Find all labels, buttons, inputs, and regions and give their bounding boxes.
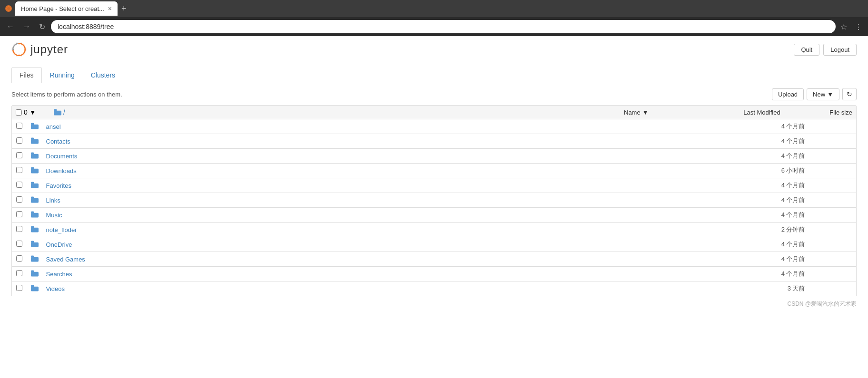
reload-button[interactable]: ↻ — [36, 21, 48, 32]
svg-rect-29 — [31, 270, 34, 272]
row-modified-cell: 4 个月前 — [723, 193, 809, 208]
row-name-cell: Music — [42, 208, 723, 223]
folder-icon — [31, 137, 39, 144]
row-checkbox[interactable] — [16, 152, 22, 158]
svg-rect-21 — [31, 211, 34, 213]
row-size-cell — [809, 149, 857, 164]
row-checkbox-cell — [12, 134, 27, 149]
file-link[interactable]: Documents — [46, 153, 78, 160]
svg-rect-13 — [31, 152, 34, 154]
col-filesize-header[interactable]: File size — [805, 109, 852, 116]
row-type-icon-cell — [27, 267, 42, 281]
row-type-icon-cell — [27, 134, 42, 149]
row-name-cell: Contacts — [42, 134, 723, 149]
folder-icon — [31, 167, 39, 174]
tab-clusters[interactable]: Clusters — [83, 67, 123, 83]
row-checkbox-cell — [12, 149, 27, 164]
row-checkbox[interactable] — [16, 241, 22, 247]
row-type-icon-cell — [27, 149, 42, 164]
row-checkbox[interactable] — [16, 270, 22, 276]
upload-button[interactable]: Upload — [772, 88, 804, 100]
svg-rect-10 — [31, 139, 39, 144]
row-checkbox-cell — [12, 267, 27, 281]
file-table: ansel 4 个月前 Contacts 4 个月前 — [11, 119, 857, 296]
row-modified-cell: 4 个月前 — [723, 252, 809, 267]
breadcrumb-folder-icon — [54, 109, 61, 116]
row-checkbox-cell — [12, 237, 27, 252]
new-button[interactable]: New ▼ — [807, 88, 839, 100]
row-name-cell: Favorites — [42, 178, 723, 193]
row-size-cell — [809, 223, 857, 237]
logout-button[interactable]: Logout — [823, 44, 857, 56]
row-checkbox[interactable] — [16, 226, 22, 232]
svg-rect-25 — [31, 241, 34, 242]
file-link[interactable]: Saved Games — [46, 256, 85, 263]
dropdown-arrow-icon[interactable]: ▼ — [30, 108, 36, 116]
row-checkbox-cell — [12, 281, 27, 296]
menu-icon[interactable]: ⋮ — [853, 21, 864, 32]
select-all-checkbox[interactable] — [16, 109, 22, 116]
file-link[interactable]: note_floder — [46, 226, 77, 233]
file-link[interactable]: Favorites — [46, 182, 71, 189]
svg-point-5 — [12, 48, 14, 50]
jupyter-logo-svg — [11, 42, 27, 57]
quit-button[interactable]: Quit — [794, 44, 819, 56]
row-checkbox[interactable] — [16, 167, 22, 173]
back-button[interactable]: ← — [4, 21, 17, 32]
file-link[interactable]: Searches — [46, 271, 72, 278]
row-checkbox-cell — [12, 119, 27, 134]
row-name-cell: Downloads — [42, 164, 723, 178]
file-link[interactable]: ansel — [46, 123, 61, 130]
row-name-cell: ansel — [42, 119, 723, 134]
new-tab-button[interactable]: + — [118, 1, 130, 16]
row-checkbox[interactable] — [16, 285, 22, 291]
close-tab-icon[interactable]: × — [108, 5, 112, 12]
tab-files[interactable]: Files — [11, 67, 42, 83]
svg-rect-14 — [31, 168, 39, 173]
row-checkbox[interactable] — [16, 255, 22, 262]
row-modified-cell: 4 个月前 — [723, 208, 809, 223]
address-bar[interactable] — [51, 20, 836, 33]
bookmark-icon[interactable]: ☆ — [838, 21, 849, 32]
table-row: note_floder 2 分钟前 — [12, 223, 857, 237]
row-name-cell: OneDrive — [42, 237, 723, 252]
svg-rect-20 — [31, 213, 39, 217]
row-type-icon-cell — [27, 252, 42, 267]
row-checkbox[interactable] — [16, 123, 22, 129]
row-type-icon-cell — [27, 178, 42, 193]
svg-rect-23 — [31, 226, 34, 228]
row-type-icon-cell — [27, 193, 42, 208]
row-checkbox[interactable] — [16, 211, 22, 217]
tab-running[interactable]: Running — [42, 67, 83, 83]
breadcrumb-path[interactable]: / — [63, 108, 65, 116]
tab-title: Home Page - Select or creat... — [21, 5, 104, 12]
svg-rect-8 — [31, 124, 39, 129]
row-name-cell: note_floder — [42, 223, 723, 237]
folder-icon — [31, 270, 39, 277]
forward-button[interactable]: → — [20, 21, 33, 32]
row-size-cell — [809, 267, 857, 281]
refresh-button[interactable]: ↻ — [842, 88, 857, 100]
file-link[interactable]: OneDrive — [46, 241, 72, 248]
row-size-cell — [809, 252, 857, 267]
svg-rect-16 — [31, 183, 39, 188]
active-browser-tab[interactable]: Home Page - Select or creat... × — [15, 1, 118, 16]
col-name-header[interactable]: Name ▼ — [624, 109, 719, 116]
row-size-cell — [809, 193, 857, 208]
row-modified-cell: 6 小时前 — [723, 164, 809, 178]
row-checkbox[interactable] — [16, 137, 22, 144]
row-checkbox[interactable] — [16, 196, 22, 203]
table-row: OneDrive 4 个月前 — [12, 237, 857, 252]
col-modified-header[interactable]: Last Modified — [719, 109, 805, 116]
column-headers: Name ▼ Last Modified File size — [624, 109, 852, 116]
row-modified-cell: 4 个月前 — [723, 178, 809, 193]
file-link[interactable]: Downloads — [46, 167, 77, 174]
file-link[interactable]: Music — [46, 212, 62, 219]
file-link[interactable]: Videos — [46, 285, 65, 292]
row-size-cell — [809, 178, 857, 193]
row-checkbox[interactable] — [16, 182, 22, 188]
file-link[interactable]: Links — [46, 197, 60, 204]
file-link[interactable]: Contacts — [46, 138, 70, 145]
folder-icon — [31, 211, 39, 218]
svg-rect-27 — [31, 255, 34, 257]
